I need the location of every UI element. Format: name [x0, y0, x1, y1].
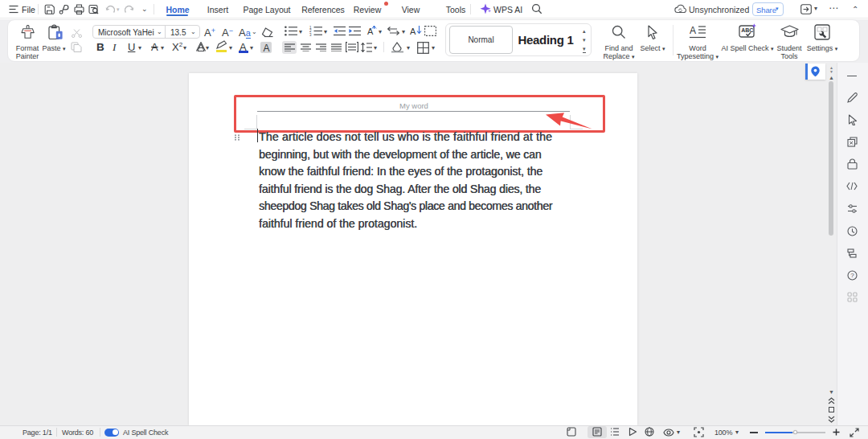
svg-text:ABC: ABC: [741, 27, 753, 33]
svg-text:A: A: [410, 27, 416, 36]
svg-text:3: 3: [309, 33, 312, 36]
svg-text:A: A: [690, 25, 696, 36]
svg-text:?: ?: [850, 272, 854, 279]
